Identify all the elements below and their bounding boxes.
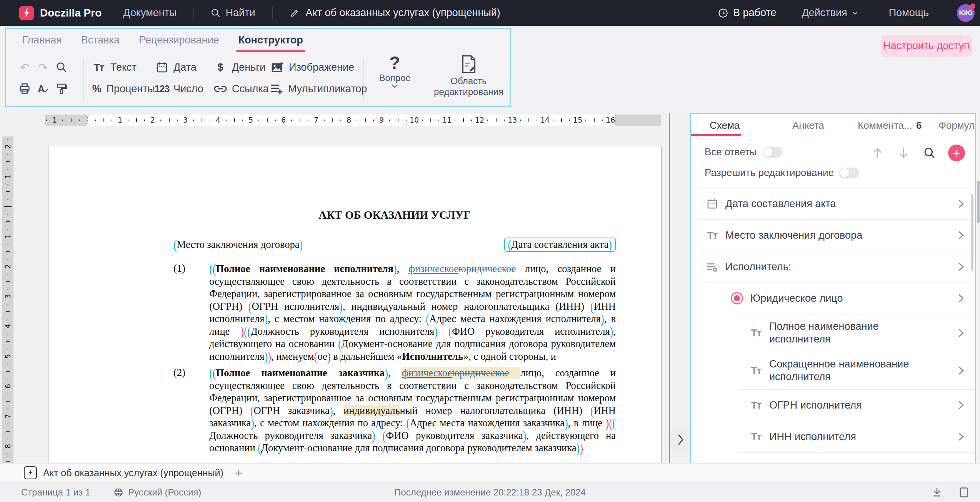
panel-tab-2[interactable]: Анкета — [792, 120, 824, 131]
date-tool-label: Дата — [173, 62, 197, 73]
chevron-down-icon — [370, 84, 420, 88]
schema-item[interactable]: TтСокращенное наименование исполнителя — [691, 352, 975, 389]
help-menu[interactable]: Помощь — [889, 7, 929, 19]
find-button[interactable]: Найти — [211, 7, 255, 19]
chevron-right-icon — [958, 199, 964, 209]
schema-item[interactable]: Юридическое лицо — [691, 283, 975, 314]
horizontal-ruler: 112345678910111213141516 — [45, 115, 661, 126]
all-answers-toggle[interactable] — [762, 147, 782, 158]
move-down-button[interactable] — [896, 145, 911, 161]
new-tab-button[interactable]: + — [235, 467, 243, 479]
date-field[interactable]: (Дата составления акта) — [504, 238, 616, 252]
chevron-right-icon — [958, 262, 964, 272]
schema-item-list: Дата составления актаTтМесто заключения … — [691, 188, 975, 481]
schema-item[interactable]: TтМесто заключения договора — [691, 219, 975, 251]
workflow-status[interactable]: В работе — [718, 7, 777, 19]
money-tool-label: Деньги — [232, 62, 265, 73]
format-painter-button[interactable] — [52, 78, 71, 100]
percent-tool-button[interactable]: %Проценты — [92, 83, 155, 95]
spellcheck-button[interactable]: A — [34, 78, 52, 100]
paragraph-2[interactable]: (2)((Полное наименование заказчика), физ… — [173, 367, 616, 454]
document-tab[interactable]: Акт об оказанных услугах (упрощенный) — [24, 466, 223, 479]
ribbon-tab-inactive[interactable]: Главная — [22, 34, 62, 52]
ribbon-history-group: ↶↷A — [15, 57, 71, 100]
allow-edit-label: Разрешить редактирование — [705, 167, 834, 179]
text-field-icon: Tт — [748, 327, 764, 339]
allow-edit-toggle[interactable] — [839, 168, 859, 178]
text-tool-button[interactable]: TтТекст — [92, 62, 155, 73]
page-indicator: Страница 1 из 1 — [21, 487, 90, 498]
topbar-divider — [272, 7, 273, 19]
text-icon: Tт — [92, 62, 106, 73]
reading-mode-icon[interactable] — [956, 485, 972, 500]
search-button[interactable] — [52, 57, 71, 78]
text-field-icon: Tт — [748, 365, 764, 377]
print-icon — [18, 83, 31, 95]
ribbon-tab-active[interactable]: Конструктор — [238, 34, 303, 52]
doczilla-logo-icon[interactable] — [19, 6, 34, 20]
schema-item[interactable]: TтПолное наименование исполнителя — [691, 314, 975, 352]
panel-tab-4[interactable]: Формулиро.. — [938, 120, 976, 131]
schema-item-label: Дата составления акта — [725, 191, 891, 216]
edit-area-tool-button[interactable]: Область редактирования — [429, 55, 508, 97]
window-scrollbar[interactable] — [977, 181, 980, 223]
schema-item[interactable]: Исполнитель: — [691, 251, 975, 283]
add-question-button[interactable]: + — [948, 145, 965, 161]
comments-count-badge: 6 — [916, 120, 922, 131]
search-schema-button[interactable] — [922, 145, 937, 161]
money-tool-button[interactable]: $Деньги — [213, 62, 270, 73]
plus-icon: + — [953, 145, 960, 161]
move-up-button[interactable] — [870, 145, 885, 161]
undo-icon: ↶ — [20, 61, 29, 74]
image-tool-button[interactable]: Изображение — [270, 61, 367, 73]
schema-item-label: Юридическое лицо — [750, 286, 915, 311]
schema-item[interactable]: Дата составления акта — [691, 188, 975, 219]
chevron-right-icon — [677, 433, 685, 446]
panel-tab-3[interactable]: Коммента...6 — [858, 120, 922, 131]
question-tool-button[interactable]: ? Вопрос — [370, 53, 420, 88]
link-tool-button[interactable]: Ссылка — [213, 83, 270, 95]
print-button[interactable] — [15, 78, 34, 100]
ribbon-divider — [83, 58, 83, 101]
redo-icon: ↷ — [38, 61, 48, 74]
paragraph-1[interactable]: (1)((Полное наименование исполнителя), ф… — [173, 263, 616, 362]
panel-scrollbar[interactable] — [971, 194, 973, 271]
avatar[interactable]: ЮЮ — [957, 4, 975, 22]
all-answers-label: Все ответы — [705, 146, 757, 158]
schema-item[interactable]: TтОГРН исполнителя — [691, 389, 975, 421]
schema-item[interactable]: TтИНН исполнителя — [691, 421, 975, 452]
chevron-right-icon — [958, 328, 964, 338]
actions-menu[interactable]: Действия — [802, 7, 858, 19]
ribbon-tab-inactive[interactable]: Вставка — [81, 34, 120, 52]
place-field[interactable]: (Место заключения договора) — [173, 239, 303, 251]
panel-tab-1[interactable]: Схема — [710, 120, 740, 131]
panel-collapse-button[interactable] — [671, 428, 690, 452]
share-access-button[interactable]: Настроить доступ — [881, 35, 972, 57]
document-heading[interactable]: АКТ ОБ ОКАЗАНИИ УСЛУГ — [173, 209, 616, 221]
ribbon-tabs: ГлавнаяВставкаРецензированиеКонструктор — [22, 34, 303, 52]
document-scrollbar[interactable] — [669, 113, 670, 463]
text-field-icon: Tт — [748, 399, 764, 411]
search-icon — [211, 8, 221, 18]
language-selector[interactable]: Русский (Россия) — [113, 487, 201, 498]
pencil-icon — [290, 8, 300, 18]
download-icon[interactable] — [929, 485, 945, 500]
document-title-menu[interactable]: Акт об оказанных услугах (упрощенный) — [290, 7, 500, 19]
vertical-ruler: 2112345678 — [2, 136, 13, 463]
panel-tabs: СхемаАнкетаКоммента...6Формулиро.. — [691, 114, 975, 136]
number-tool-label: Число — [173, 83, 203, 95]
date-tool-button[interactable]: Дата — [155, 61, 213, 73]
multiplier-tool-button[interactable]: Мультипликатор — [270, 83, 367, 95]
globe-icon — [113, 487, 123, 497]
ribbon-tab-inactive[interactable]: Рецензирование — [139, 34, 219, 52]
number-icon: 123 — [155, 83, 169, 95]
last-modified-label: Последнее изменение 20:22:18 23 Дек, 202… — [394, 487, 586, 498]
menu-documents[interactable]: Документы — [123, 7, 177, 19]
search-icon — [56, 62, 67, 73]
schema-item-label: ИНН исполнителя — [769, 424, 935, 449]
undo-button[interactable]: ↶ — [15, 57, 34, 78]
indent-marker[interactable] — [84, 115, 91, 126]
number-tool-button[interactable]: 123Число — [155, 83, 213, 95]
redo-button[interactable]: ↷ — [34, 57, 52, 78]
document-page[interactable]: АКТ ОБ ОКАЗАНИИ УСЛУГ (Место заключения … — [48, 147, 662, 463]
